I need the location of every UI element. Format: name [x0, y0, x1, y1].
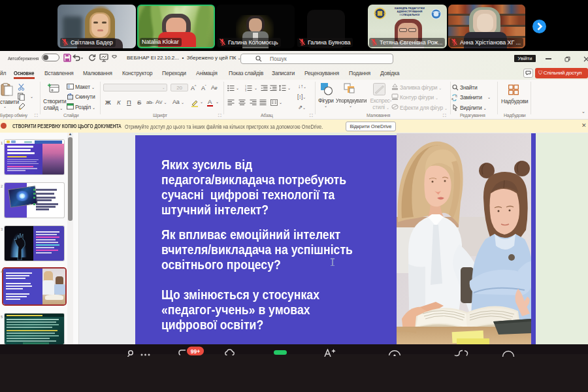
svg-text:б: б	[455, 94, 457, 98]
svg-text:99+: 99+	[191, 348, 200, 355]
svg-text:3: 3	[245, 90, 246, 91]
svg-text:а: а	[451, 97, 453, 101]
